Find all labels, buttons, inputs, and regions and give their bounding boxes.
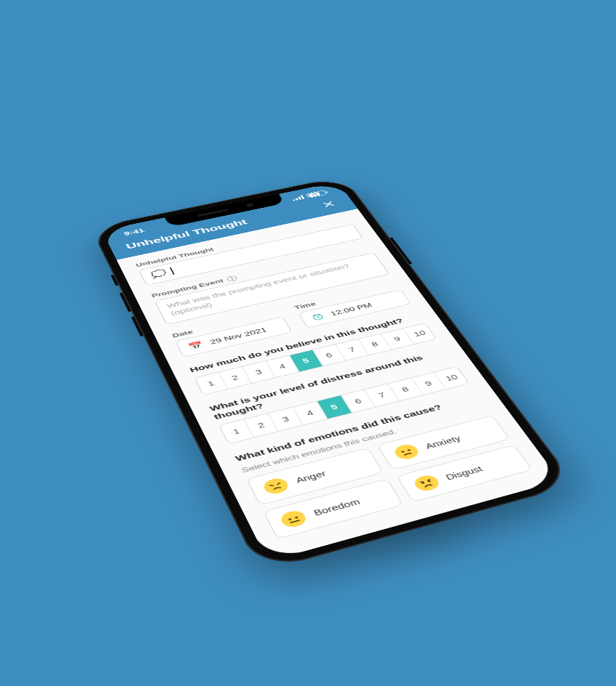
battery-level: 70 — [308, 192, 320, 197]
close-icon — [320, 200, 337, 209]
form-content: Unhelpful Thought 💭 Prompting Event i — [117, 209, 561, 561]
svg-point-5 — [278, 509, 309, 529]
info-icon[interactable]: i — [226, 275, 238, 282]
clock-icon — [309, 312, 326, 322]
time-value: 12:00 PM — [329, 302, 373, 317]
emotion-label: Boredom — [312, 497, 362, 517]
close-button[interactable] — [317, 198, 340, 211]
screen: 9:41 70 Unhelpful Thought — [102, 182, 560, 561]
date-value: 29 Nov 2021 — [208, 326, 268, 345]
signal-icon — [291, 195, 304, 201]
text-cursor — [169, 267, 174, 275]
emotion-label: Disgust — [444, 464, 484, 482]
emotion-label: Anxiety — [423, 435, 463, 451]
emotion-label: Anger — [294, 469, 328, 485]
boredom-face-icon — [278, 509, 309, 529]
svg-point-1 — [262, 477, 291, 496]
svg-point-8 — [412, 474, 442, 493]
svg-point-2 — [392, 443, 421, 461]
thought-bubble-icon: 💭 — [150, 269, 168, 278]
anxiety-face-icon — [392, 443, 421, 461]
disgust-face-icon — [412, 474, 442, 493]
phone-frame: 9:41 70 Unhelpful Thought — [90, 176, 575, 572]
calendar-icon: 📅 — [187, 340, 205, 351]
anger-face-icon — [262, 477, 291, 496]
